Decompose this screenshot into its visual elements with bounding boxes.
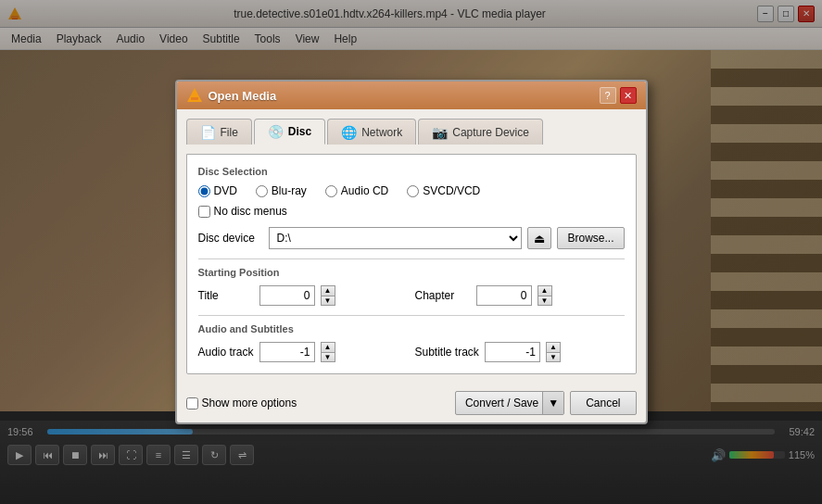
vlc-dialog-icon — [186, 87, 203, 104]
radio-bluray[interactable]: Blu-ray — [256, 184, 307, 197]
subtitle-track-row: Subtitle track ▲ ▼ — [415, 342, 625, 362]
chapter-down-button[interactable]: ▼ — [537, 296, 552, 306]
convert-save-label: Convert / Save — [465, 397, 538, 410]
chapter-label: Chapter — [415, 289, 471, 302]
audio-track-row: Audio track ▲ ▼ — [198, 342, 408, 362]
dialog-title: Open Media — [209, 89, 277, 103]
audio-track-up-button[interactable]: ▲ — [321, 342, 335, 352]
capture-icon: 📷 — [432, 125, 448, 140]
position-grid: Title ▲ ▼ Chapter ▲ ▼ — [198, 285, 625, 306]
radio-svcd-input[interactable] — [407, 185, 419, 197]
convert-save-arrow[interactable]: ▼ — [542, 392, 563, 414]
convert-save-button[interactable]: Convert / Save ▼ — [455, 391, 564, 415]
audio-subtitles-label: Audio and Subtitles — [198, 323, 625, 334]
subtitle-track-label: Subtitle track — [415, 346, 479, 359]
no-disc-menus-checkbox[interactable]: No disc menus — [198, 205, 625, 218]
title-position: Title ▲ ▼ — [198, 285, 408, 306]
chapter-input[interactable] — [476, 285, 532, 306]
tab-disc-label: Disc — [288, 125, 311, 138]
audio-track-spinner: ▲ ▼ — [321, 342, 335, 362]
tab-file-label: File — [221, 126, 238, 139]
dialog-close-button[interactable]: ✕ — [620, 87, 637, 104]
title-down-button[interactable]: ▼ — [321, 296, 335, 306]
radio-dvd-label: DVD — [214, 184, 237, 197]
tab-bar: 📄 File 💿 Disc 🌐 Network 📷 Capture Device — [186, 119, 637, 145]
tab-disc[interactable]: 💿 Disc — [254, 119, 325, 145]
radio-dvd[interactable]: DVD — [198, 184, 237, 197]
disc-device-label: Disc device — [198, 232, 263, 245]
radio-audio-cd-label: Audio CD — [341, 184, 388, 197]
dialog-bottom: Show more options Convert / Save ▼ Cance… — [177, 384, 646, 422]
network-icon: 🌐 — [341, 125, 357, 140]
radio-svcd-label: SVCD/VCD — [423, 184, 480, 197]
audio-track-input[interactable] — [259, 342, 315, 362]
audio-subtitles-grid: Audio track ▲ ▼ Subtitle track ▲ ▼ — [198, 342, 625, 362]
radio-svcd[interactable]: SVCD/VCD — [407, 184, 480, 197]
starting-position-label: Starting Position — [198, 267, 625, 278]
show-more-input[interactable] — [186, 397, 198, 410]
radio-bluray-input[interactable] — [256, 185, 268, 197]
tab-capture-label: Capture Device — [452, 126, 529, 139]
disc-icon: 💿 — [268, 124, 284, 139]
cancel-button[interactable]: Cancel — [570, 391, 636, 415]
dialog-action-buttons: Convert / Save ▼ Cancel — [455, 391, 637, 415]
divider-2 — [198, 315, 625, 316]
modal-overlay: Open Media ? ✕ 📄 File 💿 Disc 🌐 — [0, 0, 822, 504]
disc-device-select[interactable]: D:\ — [269, 227, 523, 249]
disc-device-row: Disc device D:\ ⏏ Browse... — [198, 227, 625, 249]
svg-rect-4 — [191, 97, 198, 100]
disc-selection-label: Disc Selection — [198, 166, 625, 177]
radio-dvd-input[interactable] — [198, 185, 210, 197]
tab-network[interactable]: 🌐 Network — [327, 119, 416, 145]
radio-audio-cd-input[interactable] — [325, 185, 337, 197]
chapter-spinner: ▲ ▼ — [537, 285, 552, 306]
eject-button[interactable]: ⏏ — [527, 227, 551, 249]
disc-type-radio-group: DVD Blu-ray Audio CD SVCD/VCD — [198, 184, 625, 197]
audio-track-label: Audio track — [198, 346, 254, 359]
dialog-title-left: Open Media — [186, 87, 277, 104]
title-input[interactable] — [259, 285, 315, 306]
file-icon: 📄 — [200, 125, 216, 140]
title-spinner: ▲ ▼ — [321, 285, 335, 306]
dialog-help-button[interactable]: ? — [600, 87, 616, 104]
subtitle-track-up-button[interactable]: ▲ — [546, 342, 561, 352]
tab-capture[interactable]: 📷 Capture Device — [418, 119, 543, 145]
subtitle-track-input[interactable] — [485, 342, 540, 362]
chapter-position: Chapter ▲ ▼ — [415, 285, 625, 306]
tab-file[interactable]: 📄 File — [186, 119, 252, 145]
radio-bluray-label: Blu-ray — [272, 184, 307, 197]
radio-audio-cd[interactable]: Audio CD — [325, 184, 388, 197]
disc-tab-content: Disc Selection DVD Blu-ray Audio CD — [186, 154, 637, 374]
divider-1 — [198, 258, 625, 259]
dialog-content: 📄 File 💿 Disc 🌐 Network 📷 Capture Device — [177, 109, 646, 384]
title-up-button[interactable]: ▲ — [321, 285, 335, 296]
open-media-dialog: Open Media ? ✕ 📄 File 💿 Disc 🌐 — [175, 80, 648, 424]
dialog-titlebar: Open Media ? ✕ — [177, 82, 646, 109]
subtitle-track-down-button[interactable]: ▼ — [546, 352, 561, 362]
audio-track-down-button[interactable]: ▼ — [321, 352, 335, 362]
no-disc-menus-label: No disc menus — [214, 205, 287, 218]
title-label: Title — [198, 289, 254, 302]
show-more-label: Show more options — [202, 397, 297, 410]
browse-button[interactable]: Browse... — [557, 227, 624, 249]
subtitle-track-spinner: ▲ ▼ — [546, 342, 561, 362]
dialog-title-controls: ? ✕ — [600, 87, 637, 104]
no-disc-menus-input[interactable] — [198, 206, 210, 218]
show-more-checkbox[interactable]: Show more options — [186, 397, 297, 410]
tab-network-label: Network — [361, 126, 402, 139]
chapter-up-button[interactable]: ▲ — [537, 285, 552, 296]
